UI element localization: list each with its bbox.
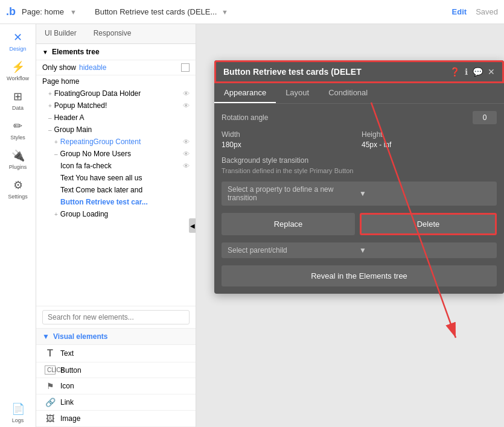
eye-icon[interactable]: 👁: [183, 90, 190, 97]
tree-item-text-come-back[interactable]: Text Come back later and: [36, 184, 196, 196]
width-cell: Width 180px: [222, 130, 357, 149]
text-icon: T: [45, 348, 56, 359]
elements-tree-header: ▼ Elements tree: [36, 44, 196, 60]
right-panel: Button Retrieve test cards (DELET ❓ ℹ 💬 …: [196, 24, 504, 427]
sidebar-item-plugins[interactable]: 🔌 Plugins: [0, 145, 36, 174]
editor-card-header: Button Retrieve test cards (DELET ❓ ℹ 💬 …: [214, 60, 504, 83]
editor-tabs: Appearance Layout Conditional: [214, 83, 504, 104]
ve-label-button: Button: [60, 366, 81, 375]
editor-card: Button Retrieve test cards (DELET ❓ ℹ 💬 …: [214, 60, 504, 294]
tree-item-group-no-more[interactable]: – Group No More Users 👁: [36, 148, 196, 160]
styles-icon: ✏: [13, 119, 22, 133]
sidebar-label-data: Data: [12, 105, 24, 111]
panel-tabs: UI Builder Responsive: [36, 24, 196, 44]
info-icon[interactable]: ℹ: [465, 67, 468, 77]
tab-ui-builder[interactable]: UI Builder: [36, 24, 85, 43]
close-icon[interactable]: ✕: [488, 67, 495, 77]
ve-item-link[interactable]: 🔗 Link: [36, 394, 196, 411]
elements-tree-arrow[interactable]: ▼: [42, 49, 48, 55]
top-bar: .b Page: home ▼ Button Retrieve test car…: [0, 0, 504, 24]
elements-tree-label: Elements tree: [52, 48, 100, 56]
edit-button[interactable]: Edit: [452, 7, 467, 16]
tree-item-group-main[interactable]: – Group Main: [36, 124, 196, 136]
sidebar-item-styles[interactable]: ✏ Styles: [0, 116, 36, 144]
rotation-angle-value[interactable]: 0: [473, 111, 497, 124]
tab-conditional[interactable]: Conditional: [319, 83, 377, 103]
sidebar-item-design[interactable]: ✕ Design: [0, 27, 36, 55]
select-parent-label: Select parent/child: [228, 246, 359, 255]
tree-item-header[interactable]: – Header A: [36, 112, 196, 124]
elements-panel: UI Builder Responsive ▼ Elements tree On…: [36, 24, 196, 427]
select-property-dropdown[interactable]: Select a property to define a new transi…: [222, 182, 497, 206]
sidebar-item-settings[interactable]: ⚙ Settings: [0, 175, 36, 203]
button-icon: CLICK: [45, 365, 56, 375]
select-parent-child-dropdown[interactable]: Select parent/child ▼: [222, 242, 497, 258]
width-label: Width: [222, 130, 357, 139]
visual-elements-header: ▼ Visual elements: [36, 329, 196, 345]
dropdown-arrow-icon-2: ▼: [359, 246, 491, 255]
replace-button[interactable]: Replace: [222, 213, 355, 235]
editor-body: Rotation angle 0 Width 180px Height 45px…: [214, 104, 504, 294]
tab-responsive[interactable]: Responsive: [85, 24, 140, 43]
page-arrow[interactable]: ▼: [70, 8, 77, 16]
height-value[interactable]: 45px - inf: [362, 141, 497, 149]
tree-item-icon-fa[interactable]: Icon fa fa-check 👁: [36, 160, 196, 172]
link-icon: 🔗: [45, 397, 56, 407]
sidebar-label-logs: Logs: [12, 417, 24, 423]
ve-item-icon[interactable]: ⚑ Icon: [36, 378, 196, 394]
panel-collapse-button[interactable]: ◀: [189, 218, 196, 233]
tree-list: Page home + FloatingGroup Data Holder 👁 …: [36, 75, 196, 306]
ve-label-icon: Icon: [60, 382, 74, 390]
tree-item-floatinggroup[interactable]: + FloatingGroup Data Holder 👁: [36, 87, 196, 100]
collapse-arrow[interactable]: ▼: [42, 332, 49, 341]
comment-icon[interactable]: 💬: [473, 67, 483, 77]
tree-item-group-loading[interactable]: + Group Loading: [36, 208, 196, 220]
design-icon: ✕: [13, 31, 22, 44]
ve-item-image[interactable]: 🖼 Image: [36, 411, 196, 427]
bg-style-subtitle: Transition defined in the style Primary …: [222, 167, 497, 174]
help-icon[interactable]: ❓: [450, 67, 460, 77]
tree-item-popup[interactable]: + Popup Matched! 👁: [36, 100, 196, 112]
visual-elements-label: Visual elements: [53, 332, 108, 341]
rotation-angle-row: Rotation angle 0: [222, 111, 497, 124]
saved-label: Saved: [476, 7, 498, 16]
hideable-link[interactable]: hideable: [79, 63, 106, 72]
sidebar-label-design: Design: [9, 46, 26, 52]
ve-list: T Text CLICK Button ⚑ Icon 🔗 Link 🖼: [36, 345, 196, 427]
sidebar-label-styles: Styles: [10, 134, 25, 141]
hideable-checkbox[interactable]: [181, 63, 190, 72]
tree-item-text-seen[interactable]: Text You have seen all us: [36, 172, 196, 184]
eye-icon[interactable]: 👁: [183, 102, 190, 109]
reveal-button[interactable]: Reveal in the Elements tree: [222, 265, 497, 286]
eye-icon[interactable]: 👁: [183, 162, 190, 169]
sidebar-item-workflow[interactable]: ⚡ Workflow: [0, 57, 36, 85]
rotation-angle-label: Rotation angle: [222, 113, 467, 122]
visual-elements-section: ▼ Visual elements T Text CLICK Button ⚑ …: [36, 329, 196, 427]
search-row[interactable]: [36, 306, 196, 329]
tree-item-repeatinggroup[interactable]: + RepeatingGroup Content 👁: [36, 136, 196, 148]
tree-item-button-retrieve[interactable]: Button Retrieve test car...: [36, 196, 196, 208]
delete-button[interactable]: Delete: [360, 213, 497, 235]
ve-item-text[interactable]: T Text: [36, 345, 196, 362]
top-bar-actions: Edit Saved: [452, 7, 498, 16]
search-input[interactable]: [42, 310, 190, 324]
logs-icon: 📄: [11, 402, 25, 416]
editor-header-icons: ❓ ℹ 💬 ✕: [450, 67, 495, 77]
tree-item-page-home[interactable]: Page home: [36, 75, 196, 87]
tab-layout[interactable]: Layout: [276, 83, 319, 103]
eye-icon[interactable]: 👁: [183, 138, 190, 145]
sidebar-label-settings: Settings: [8, 194, 28, 200]
sidebar-item-logs[interactable]: 📄 Logs: [0, 399, 36, 427]
width-value[interactable]: 180px: [222, 141, 357, 149]
icon-icon: ⚑: [45, 381, 56, 391]
eye-icon[interactable]: 👁: [183, 150, 190, 157]
plugins-icon: 🔌: [11, 149, 25, 162]
dropdown-arrow-icon: ▼: [359, 189, 491, 198]
ve-item-button[interactable]: CLICK Button: [36, 362, 196, 378]
sidebar-label-plugins: Plugins: [9, 164, 27, 170]
left-sidebar: ✕ Design ⚡ Workflow ⊞ Data ✏ Styles 🔌 Pl…: [0, 24, 36, 427]
sidebar-item-data[interactable]: ⊞ Data: [0, 86, 36, 115]
tab-appearance[interactable]: Appearance: [214, 83, 276, 103]
action-buttons: Replace Delete: [222, 213, 497, 235]
only-show-row: Only show hideable: [36, 60, 196, 75]
